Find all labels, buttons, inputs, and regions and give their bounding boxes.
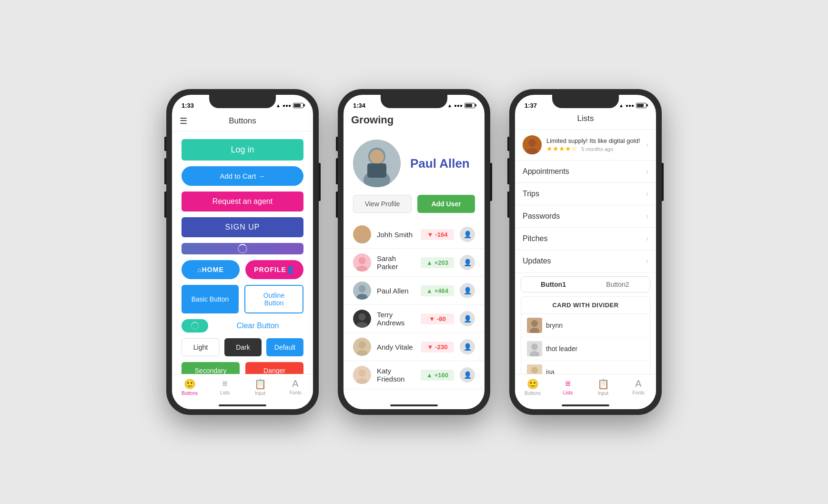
tab-button1[interactable]: Button1 [521, 277, 586, 292]
phone-1-screen: 1:33 ▲ ●●● ☰ Buttons Log in Add to Cart … [172, 95, 313, 409]
card-user-row: jsa [521, 361, 650, 374]
score-arrow: ▲ [426, 287, 433, 294]
menu-item-updates[interactable]: Updates › [515, 250, 656, 272]
user-action-icon[interactable]: 👤 [460, 339, 475, 354]
menu-item-pitches[interactable]: Pitches › [515, 228, 656, 250]
home-button[interactable]: ⌂ HOME [182, 260, 240, 279]
user-row: Terry Andrews ▼ -80 👤 [343, 305, 485, 333]
user-action-icon[interactable]: 👤 [460, 311, 475, 326]
hamburger-icon[interactable]: ☰ [180, 116, 187, 126]
tab-lists-label-3: Lists [563, 390, 573, 395]
add-to-cart-button[interactable]: Add to Cart → [182, 166, 303, 186]
card-avatar [527, 364, 542, 374]
battery-icon-3 [636, 103, 646, 108]
home-indicator-3 [515, 402, 656, 409]
tab-fonts[interactable]: A Fonts [278, 378, 313, 396]
toggle-button[interactable] [182, 319, 208, 333]
score-arrow: ▲ [426, 372, 433, 379]
tab-bar: 🙂 Buttons ≡ Lists 📋 Input A Fonts [172, 374, 313, 402]
status-time-3: 1:37 [525, 102, 537, 109]
clear-button[interactable]: Clear Button [212, 322, 303, 330]
fonts-icon-3: A [635, 378, 641, 389]
tab-fonts-3[interactable]: A Fonts [621, 378, 656, 396]
tab-lists-label: Lists [220, 390, 230, 395]
profile-avatar-svg [353, 140, 401, 187]
review-card[interactable]: Limited supply! Its like digital gold! ★… [515, 130, 656, 161]
status-time-2: 1:34 [353, 102, 365, 109]
list-icon: ≡ [222, 378, 228, 389]
input-icon: 📋 [254, 378, 266, 390]
svg-point-12 [358, 285, 365, 292]
tab-buttons[interactable]: 🙂 Buttons [172, 378, 207, 396]
toggle-spinner [191, 322, 199, 330]
page-title: Buttons [229, 116, 256, 126]
tab-input-label: Input [255, 391, 265, 396]
dark-button[interactable]: Dark [224, 338, 262, 356]
status-icons-3: ▲ ●●● [619, 103, 646, 108]
spinner-icon [238, 244, 247, 253]
secondary-button[interactable]: Secondary [182, 362, 240, 374]
user-action-icon[interactable]: 👤 [460, 283, 475, 298]
menu-label: Passwords [523, 212, 560, 221]
user-avatar [353, 310, 371, 328]
light-button[interactable]: Light [182, 338, 220, 356]
user-action-icon[interactable]: 👤 [460, 227, 475, 242]
user-avatar [353, 253, 371, 272]
user-name: Terry Andrews [377, 311, 415, 327]
card-username: thot leader [546, 345, 577, 353]
buttons-content: Log in Add to Cart → Request an agent SI… [172, 131, 313, 374]
status-icons-2: ▲ ●●● [447, 103, 475, 108]
menu-item-passwords[interactable]: Passwords › [515, 205, 656, 228]
phone1-header: ☰ Buttons [172, 112, 313, 131]
user-score-0: ▼ -164 [421, 229, 454, 240]
menu-item-appointments[interactable]: Appointments › [515, 161, 656, 183]
svg-point-6 [358, 229, 365, 236]
tab-input[interactable]: 📋 Input [242, 378, 278, 396]
theme-row: Light Dark Default [182, 338, 303, 356]
view-profile-button[interactable]: View Profile [353, 195, 412, 213]
default-button[interactable]: Default [266, 338, 303, 356]
login-button[interactable]: Log in [182, 139, 303, 161]
menu-item-trips[interactable]: Trips › [515, 183, 656, 205]
profile-section: Paul Allen [343, 132, 485, 195]
danger-button[interactable]: Danger [245, 362, 303, 374]
loading-button[interactable] [182, 243, 303, 254]
svg-point-30 [531, 343, 538, 350]
tab-buttons-label: Buttons [182, 391, 198, 396]
tab-buttons-3[interactable]: 🙂 Buttons [515, 378, 550, 396]
tab-bar-3: 🙂 Buttons ≡ Lists 📋 Input A Fonts [515, 374, 656, 402]
chevron-icon: › [646, 190, 648, 198]
svg-rect-4 [367, 163, 386, 178]
secondary-danger-row: Secondary Danger [182, 362, 303, 374]
profile-avatar [353, 140, 401, 187]
review-title: Limited supply! Its like digital gold! [546, 137, 641, 144]
notch-2 [381, 95, 447, 108]
user-score-5: ▲ +160 [421, 370, 454, 381]
fonts-icon: A [292, 378, 298, 389]
tab-lists[interactable]: ≡ Lists [207, 378, 242, 396]
app-title: Growing [351, 114, 477, 126]
request-agent-button[interactable]: Request an agent [182, 192, 303, 212]
basic-button[interactable]: Basic Button [182, 285, 239, 313]
tab-button2[interactable]: Button2 [586, 277, 650, 292]
user-name: Sarah Parker [377, 254, 415, 271]
card-avatar [527, 318, 542, 333]
user-action-icon[interactable]: 👤 [460, 367, 475, 383]
review-stars: ★★★★☆ [546, 145, 577, 152]
menu-label: Appointments [523, 167, 569, 176]
add-user-button[interactable]: Add User [417, 195, 475, 213]
menu-label: Updates [523, 257, 551, 265]
user-avatar [353, 225, 371, 243]
user-name: Andy Vitale [377, 343, 415, 351]
user-row: Katy Friedson ▲ +160 👤 [343, 361, 485, 389]
outline-button[interactable]: Outline Button [244, 285, 303, 313]
phone2-header: Growing [343, 112, 485, 132]
user-row: Paul Allen ▲ +464 👤 [343, 277, 485, 305]
signup-button[interactable]: SIGN UP [182, 217, 303, 237]
profile-button[interactable]: PROFILE 👤 [245, 260, 303, 279]
user-action-icon[interactable]: 👤 [460, 255, 475, 270]
tab-input-3[interactable]: 📋 Input [586, 378, 621, 396]
list-icon-3: ≡ [565, 378, 571, 389]
tab-lists-3[interactable]: ≡ Lists [550, 378, 586, 396]
user-row: Sarah Parker ▲ +203 👤 [343, 249, 485, 277]
